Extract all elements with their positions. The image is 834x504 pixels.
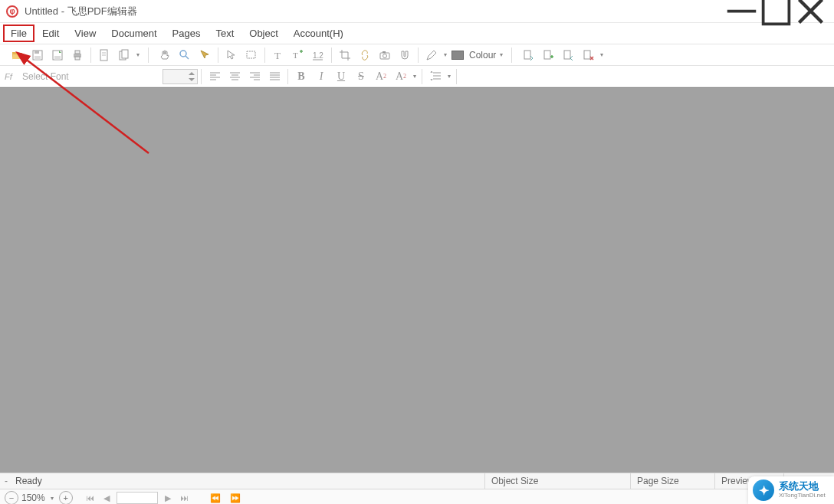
svg-point-17 [180, 51, 186, 57]
last-page-button[interactable]: ⏭ [178, 493, 191, 502]
page-icon[interactable] [96, 47, 113, 64]
main-toolbar: ▾ T T 1.2 ▾ Colour ▾ ▾ [0, 44, 834, 66]
print-icon[interactable] [69, 47, 86, 64]
app-icon: φ [6, 5, 18, 18]
doc-delete-icon[interactable] [580, 47, 596, 64]
svg-rect-27 [524, 51, 530, 59]
text-add-icon[interactable]: T [290, 47, 307, 64]
subscript-button[interactable]: A2 [392, 68, 410, 85]
menu-pages[interactable]: Pages [165, 25, 208, 42]
document-canvas[interactable] [0, 87, 834, 473]
link-icon[interactable] [356, 47, 373, 64]
crop-icon[interactable] [337, 47, 353, 64]
pencil-icon[interactable] [423, 47, 440, 64]
menu-view[interactable]: View [67, 25, 103, 42]
zoom-dropdown[interactable]: ▾ [48, 495, 56, 502]
save-icon[interactable] [29, 47, 46, 64]
colour-swatch[interactable] [451, 47, 468, 64]
multi-page-icon[interactable] [116, 47, 133, 64]
nav-fwd-button[interactable]: ⏩ [228, 493, 243, 503]
colour-dropdown[interactable]: ▾ [497, 51, 505, 58]
menu-object[interactable]: Object [241, 25, 286, 42]
status-bar: - Ready Object Size Page Size Preview [0, 473, 834, 489]
watermark-url: XiTongTianDi.net [779, 493, 826, 499]
camera-icon[interactable] [376, 47, 393, 64]
svg-rect-11 [75, 57, 80, 60]
zoom-out-button[interactable]: − [5, 491, 18, 504]
svg-point-25 [383, 54, 387, 57]
titlebar: φ Untitled - 飞思PDF编辑器 [0, 0, 834, 23]
first-page-button[interactable]: ⏮ [84, 493, 97, 502]
status-dash: - [5, 476, 8, 486]
status-page-size: Page Size [630, 473, 714, 489]
align-left-icon[interactable] [205, 68, 224, 85]
navigation-bar: − 150% ▾ + ⏮ ◀ ▶ ⏭ ⏪ ⏩ [0, 489, 834, 504]
close-button[interactable] [793, 0, 828, 23]
doc-add-icon[interactable] [540, 47, 557, 64]
open-icon[interactable] [9, 47, 26, 64]
doc-export-icon[interactable] [560, 47, 576, 64]
align-center-icon[interactable] [225, 68, 244, 85]
script-dropdown[interactable]: ▾ [411, 73, 419, 80]
menu-edit[interactable]: Edit [34, 25, 67, 42]
zoom-value: 150% [21, 493, 45, 503]
lasso-icon[interactable] [243, 47, 260, 64]
svg-rect-10 [75, 51, 80, 54]
status-ready: Ready [15, 476, 42, 486]
font-select[interactable]: Select Font [17, 69, 163, 84]
superscript-button[interactable]: A2 [372, 68, 390, 85]
save-as-icon[interactable] [49, 47, 66, 64]
menu-document[interactable]: Document [103, 25, 164, 42]
line-spacing-icon[interactable] [426, 68, 445, 85]
colour-label: Colour [469, 50, 496, 61]
align-right-icon[interactable] [245, 68, 264, 85]
svg-rect-8 [54, 56, 61, 60]
pencil-dropdown[interactable]: ▾ [442, 51, 449, 58]
svg-rect-1 [763, 0, 790, 24]
svg-rect-19 [247, 51, 255, 58]
font-family-icon: Ff [5, 72, 17, 81]
zoom-in-button[interactable]: + [59, 491, 73, 504]
bold-button[interactable]: B [292, 68, 310, 85]
hand-icon[interactable] [156, 47, 173, 64]
menu-account[interactable]: Account(H) [286, 25, 351, 42]
svg-text:T: T [293, 51, 298, 60]
doc-dropdown[interactable]: ▾ [598, 51, 606, 58]
watermark-title: 系统天地 [779, 481, 826, 492]
next-page-button[interactable]: ▶ [163, 493, 173, 503]
format-toolbar: Ff Select Font B I U S A2 A2 ▾ ▾ [0, 66, 834, 87]
align-justify-icon[interactable] [265, 68, 284, 85]
prev-page-button[interactable]: ◀ [101, 493, 112, 503]
page-dropdown[interactable]: ▾ [134, 51, 142, 58]
underline-button[interactable]: U [332, 68, 350, 85]
nav-back-button[interactable]: ⏪ [208, 493, 223, 503]
strike-button[interactable]: S [352, 68, 370, 85]
svg-line-18 [186, 56, 189, 59]
menubar: File Edit View Document Pages Text Objec… [0, 23, 834, 44]
svg-rect-29 [564, 51, 570, 59]
status-object-size: Object Size [484, 473, 630, 489]
svg-rect-30 [584, 51, 590, 59]
page-input[interactable] [117, 492, 158, 504]
arrow-tool-icon[interactable] [223, 47, 240, 64]
svg-rect-16 [122, 50, 128, 58]
svg-rect-5 [34, 51, 39, 54]
svg-rect-26 [383, 51, 386, 53]
text-tool-icon[interactable]: T [270, 47, 287, 64]
select-icon[interactable] [196, 47, 213, 64]
doc-import-icon[interactable] [520, 47, 537, 64]
watermark-logo-icon: ✦ [753, 479, 774, 501]
zoom-icon[interactable] [176, 47, 193, 64]
svg-rect-28 [544, 51, 550, 59]
magnet-icon[interactable] [396, 47, 413, 64]
maximize-button[interactable] [759, 0, 793, 23]
minimize-button[interactable] [724, 0, 759, 23]
svg-text:T: T [274, 50, 281, 61]
spacing-dropdown[interactable]: ▾ [445, 73, 453, 80]
svg-text:1.2: 1.2 [313, 51, 323, 60]
font-size-select[interactable] [163, 69, 198, 84]
italic-button[interactable]: I [312, 68, 330, 85]
menu-text[interactable]: Text [208, 25, 241, 42]
text-measure-icon[interactable]: 1.2 [310, 47, 327, 64]
menu-file[interactable]: File [3, 25, 34, 42]
